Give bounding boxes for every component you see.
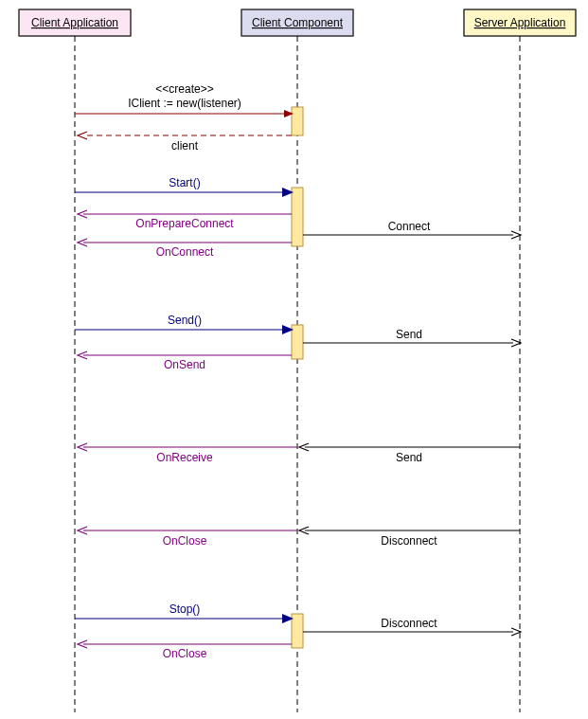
lifeline-client-component-label: Client Component xyxy=(252,16,344,29)
activation-send xyxy=(292,325,303,359)
msg-connect-label: Connect xyxy=(388,220,431,233)
msg-server-send-label: Send xyxy=(396,451,422,464)
msg-send-server-label: Send xyxy=(396,328,422,341)
msg-onreceive-label: OnReceive xyxy=(156,451,213,464)
msg-disconnect-1-label: Disconnect xyxy=(381,534,437,548)
activation-create xyxy=(292,107,303,135)
lifeline-client-application-label: Client Application xyxy=(31,16,118,29)
msg-create-call-label: IClient := new(listener) xyxy=(128,97,241,110)
msg-onconnect-label: OnConnect xyxy=(156,245,214,259)
activation-start xyxy=(292,188,303,246)
activation-stop xyxy=(292,614,303,648)
lifeline-server-application-label: Server Application xyxy=(474,16,566,29)
msg-stop-label: Stop() xyxy=(169,602,201,616)
msg-onprepareconnect-label: OnPrepareConnect xyxy=(135,217,234,230)
msg-onclose-1-label: OnClose xyxy=(163,534,207,548)
sequence-diagram: Client Application Client Component Serv… xyxy=(0,0,588,719)
msg-onclose-2-label: OnClose xyxy=(163,647,207,660)
msg-onsend-label: OnSend xyxy=(164,358,205,371)
msg-start-label: Start() xyxy=(169,176,200,189)
msg-create-stereotype: <<create>> xyxy=(155,82,213,96)
msg-create-return-label: client xyxy=(171,139,199,153)
msg-disconnect-2-label: Disconnect xyxy=(381,617,437,630)
msg-send-call-label: Send() xyxy=(168,314,202,327)
